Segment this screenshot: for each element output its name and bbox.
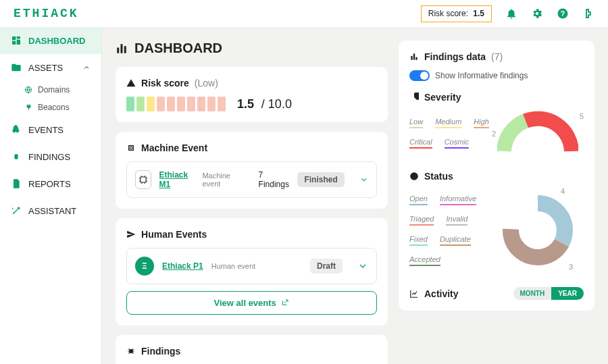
wand-icon [11, 205, 22, 216]
legend-item: Duplicate [440, 235, 471, 246]
event-link[interactable]: Ethiack M1 [159, 170, 195, 189]
assets-icon [11, 62, 22, 73]
help-icon[interactable]: ? [557, 7, 569, 20]
svg-rect-11 [130, 147, 132, 149]
rocket-icon [11, 124, 22, 135]
svg-rect-5 [12, 41, 16, 45]
sidebar-item-findings[interactable]: FINDINGS [0, 143, 101, 170]
svg-rect-12 [141, 177, 146, 182]
sidebar-item-label: FINDINGS [28, 152, 70, 162]
cpu-icon [135, 170, 151, 189]
svg-rect-10 [129, 146, 134, 151]
period-month[interactable]: MONTH [513, 287, 552, 300]
line-chart-icon [409, 289, 419, 298]
sidebar-item-events[interactable]: EVENTS [0, 116, 101, 143]
human-events-card: Human Events Ξ Ethiack P1 Human event Dr… [116, 218, 388, 326]
findings-data-card: Findings data (7) Show Informative findi… [399, 41, 594, 311]
legend-item: Fixed [409, 235, 428, 246]
toggle-label: Show Informative findings [435, 71, 528, 80]
legend-item: Critical [409, 138, 432, 149]
risk-score-card: Risk score (Low) 1.5 / 10.0 [116, 67, 388, 122]
sidebar: DASHBOARD ASSETS Domains Beacons EVENTS … [0, 27, 102, 364]
legend-item: Open [409, 194, 428, 205]
period-toggle[interactable]: MONTH YEAR [513, 287, 584, 300]
svg-rect-7 [117, 47, 119, 53]
machine-event-card: Machine Event Ethiack M1 Machine event 7… [116, 132, 388, 209]
svg-rect-2 [12, 36, 16, 40]
avatar: Ξ [135, 257, 154, 276]
pie-icon [409, 172, 419, 181]
external-link-icon [281, 298, 289, 307]
period-year[interactable]: YEAR [551, 287, 584, 300]
legend-item: Accepted [409, 255, 440, 266]
globe-icon [24, 86, 32, 94]
svg-rect-8 [121, 44, 123, 53]
user-menu-icon[interactable] [582, 7, 594, 20]
chevron-up-icon [82, 63, 91, 72]
legend-item: Cosmic [445, 138, 470, 149]
status-chip: Draft [310, 259, 343, 274]
legend-item: Low [409, 118, 423, 128]
chart-icon [409, 52, 419, 61]
legend-item: Informative [440, 194, 476, 205]
view-all-events-button[interactable]: View all events [126, 291, 377, 315]
sidebar-item-label: EVENTS [28, 125, 64, 135]
findings-card: Findings 0x2b Django debug mode enabled … [116, 335, 388, 364]
status-chip: Finished [297, 172, 344, 187]
sidebar-item-assistant[interactable]: ASSISTANT [0, 197, 101, 224]
sidebar-item-dashboard[interactable]: DASHBOARD [0, 27, 101, 54]
event-link[interactable]: Ethiack P1 [162, 261, 203, 271]
event-type: Human event [211, 262, 255, 270]
severity-chart: 2 5 [497, 111, 578, 155]
chevron-down-icon[interactable] [359, 174, 368, 185]
svg-rect-9 [124, 46, 126, 53]
legend-item: Invalid [446, 215, 467, 226]
page-title: DASHBOARD [116, 41, 388, 56]
machine-event-row[interactable]: Ethiack M1 Machine event 7 Findings Fini… [126, 161, 377, 198]
bug-icon [126, 346, 136, 356]
gear-icon[interactable] [531, 7, 543, 20]
plug-icon [24, 103, 32, 111]
svg-rect-4 [17, 40, 20, 45]
svg-rect-14 [411, 56, 412, 60]
risk-score-badge: Risk score: 1.5 [421, 5, 492, 22]
svg-rect-3 [17, 36, 20, 38]
findings-count: 7 Findings [259, 170, 290, 189]
legend-item: High [474, 118, 489, 128]
sidebar-sub-beacons[interactable]: Beacons [0, 99, 101, 116]
sidebar-item-assets[interactable]: ASSETS [0, 54, 101, 81]
svg-text:?: ? [561, 9, 565, 18]
sidebar-item-reports[interactable]: REPORTS [0, 170, 101, 197]
svg-rect-16 [415, 57, 417, 60]
svg-rect-15 [413, 53, 415, 59]
sidebar-item-label: ASSISTANT [28, 206, 76, 216]
chevron-down-icon[interactable] [357, 261, 368, 271]
warning-icon [126, 78, 136, 88]
send-icon [126, 230, 136, 239]
event-type: Machine event [202, 172, 242, 188]
bell-icon[interactable] [505, 7, 517, 20]
dashboard-icon [11, 35, 22, 46]
pie-icon [409, 93, 419, 102]
status-chart: 4 3 [497, 190, 578, 271]
sidebar-sub-label: Beacons [38, 103, 70, 112]
sidebar-sub-domains[interactable]: Domains [0, 81, 101, 99]
sidebar-sub-label: Domains [38, 85, 70, 95]
legend-item: Triaged [409, 215, 434, 226]
human-event-row[interactable]: Ξ Ethiack P1 Human event Draft [126, 248, 377, 284]
report-icon [11, 178, 22, 189]
sidebar-item-label: DASHBOARD [28, 36, 86, 46]
legend-item: Medium [435, 118, 461, 128]
informative-toggle[interactable] [409, 70, 430, 81]
sidebar-item-label: REPORTS [28, 179, 71, 189]
brand-logo: ETHIACK [14, 7, 79, 20]
bug-icon [11, 151, 22, 162]
risk-bars: 1.5 / 10.0 [126, 97, 377, 111]
sidebar-item-label: ASSETS [28, 63, 63, 73]
dashboard-icon [116, 43, 128, 55]
cpu-icon [126, 143, 136, 153]
